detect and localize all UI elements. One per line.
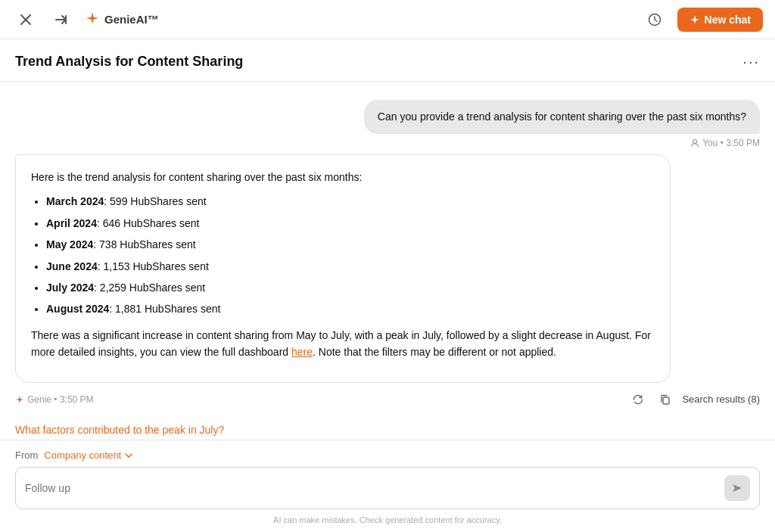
data-points-list: March 2024: 599 HubShares sent April 202…: [31, 193, 655, 317]
search-results-label: Search results (8): [682, 394, 760, 405]
send-button[interactable]: [724, 475, 750, 501]
month-label: August 2024: [46, 303, 109, 315]
list-item: March 2024: 599 HubShares sent: [46, 193, 655, 210]
forward-icon: [55, 14, 69, 26]
ai-summary: There was a significant increase in cont…: [31, 327, 655, 361]
ai-timestamp: Genie • 3:50 PM: [27, 394, 94, 405]
list-item: June 2024: 1,153 HubShares sent: [46, 258, 655, 275]
from-label: From: [15, 450, 38, 461]
svg-rect-6: [663, 397, 669, 404]
new-chat-label: New chat: [705, 14, 751, 26]
send-icon: [731, 482, 743, 494]
month-label: July 2024: [46, 282, 94, 294]
from-value-text: Company content: [44, 450, 121, 461]
sparkle-icon: [85, 11, 100, 28]
followup-input[interactable]: [25, 482, 718, 494]
clock-icon: [648, 13, 661, 26]
list-item: August 2024: 1,881 HubShares sent: [46, 300, 655, 317]
refresh-button[interactable]: [627, 389, 649, 410]
user-timestamp: You • 3:50 PM: [702, 138, 760, 148]
topbar: GenieAI™ New chat: [0, 0, 775, 39]
ai-meta-row: Genie • 3:50 PM Search results (8: [15, 389, 760, 410]
forward-button[interactable]: [48, 6, 76, 33]
brand-name: GenieAI™: [104, 13, 159, 26]
svg-point-5: [693, 140, 697, 144]
user-message-wrap: Can you provide a trend analysis for con…: [15, 100, 760, 148]
title-bar: Trend Analysis for Content Sharing ···: [0, 39, 775, 82]
bottom-area: From Company content AI can make mistake…: [0, 440, 775, 532]
month-label: April 2024: [46, 217, 97, 229]
refresh-icon: [633, 394, 643, 405]
ai-intro: Here is the trend analysis for content s…: [31, 169, 655, 185]
ai-bubble: Here is the trend analysis for content s…: [15, 154, 671, 383]
user-icon: [690, 138, 699, 148]
close-icon: [20, 14, 32, 26]
month-label: June 2024: [46, 260, 98, 272]
month-label: March 2024: [46, 195, 104, 207]
topbar-right: New chat: [641, 6, 763, 33]
page-title: Trend Analysis for Content Sharing: [15, 54, 742, 70]
topbar-left: GenieAI™: [12, 6, 159, 33]
new-chat-button[interactable]: New chat: [677, 8, 763, 32]
copy-icon: [660, 394, 671, 405]
user-bubble: Can you provide a trend analysis for con…: [364, 100, 760, 134]
from-value-selector[interactable]: Company content: [44, 450, 133, 461]
suggested-question[interactable]: What factors contributed to the peak in …: [15, 416, 760, 440]
user-meta: You • 3:50 PM: [690, 138, 760, 148]
list-item: May 2024: 738 HubShares sent: [46, 236, 655, 253]
ai-meta-right: Search results (8): [627, 389, 760, 410]
ai-message-wrap: Here is the trend analysis for content s…: [15, 154, 760, 410]
history-button[interactable]: [641, 6, 668, 33]
from-row: From Company content: [15, 450, 760, 461]
list-item: April 2024: 646 HubShares sent: [46, 215, 655, 232]
month-label: May 2024: [46, 238, 93, 250]
copy-button[interactable]: [655, 389, 676, 410]
close-button[interactable]: [12, 6, 39, 33]
chat-area: Can you provide a trend analysis for con…: [0, 82, 775, 440]
chevron-down-icon: [124, 451, 133, 460]
ai-summary-post: . Note that the filters may be different…: [313, 346, 556, 358]
input-row: [15, 467, 760, 509]
ai-meta-left: Genie • 3:50 PM: [15, 394, 621, 405]
brand-logo: GenieAI™: [85, 11, 159, 28]
sparkle-new-icon: [689, 14, 700, 25]
genie-sparkle-icon: [15, 395, 24, 404]
disclaimer: AI can make mistakes. Check generated co…: [15, 515, 760, 524]
list-item: July 2024: 2,259 HubShares sent: [46, 279, 655, 296]
more-options-button[interactable]: ···: [742, 53, 760, 70]
dashboard-link[interactable]: here: [291, 346, 313, 358]
